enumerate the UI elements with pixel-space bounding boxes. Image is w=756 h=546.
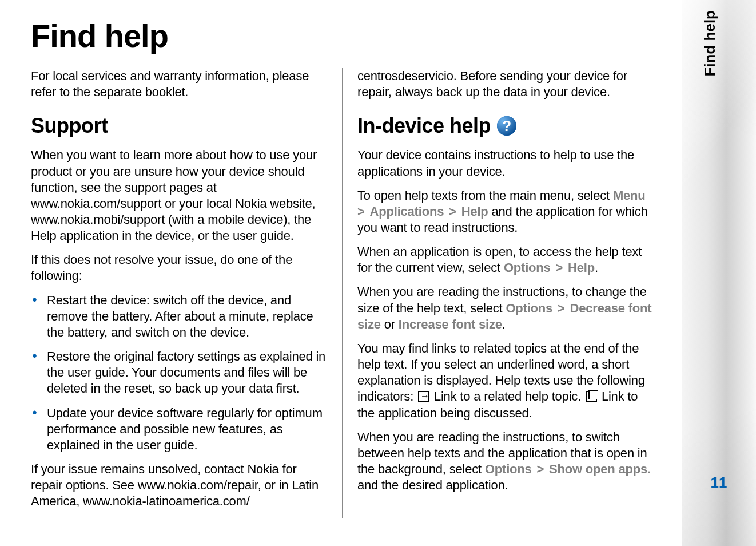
indevice-heading-text: In-device help — [357, 113, 491, 139]
indevice-p3: When an application is open, to access t… — [357, 244, 654, 276]
text: When an application is open, to access t… — [357, 244, 642, 275]
menu-path-increase-font: Increase font size — [399, 317, 502, 331]
menu-path-help: Help — [461, 204, 488, 219]
list-item: Restart the device: switch off the devic… — [31, 292, 327, 341]
link-app-icon — [586, 391, 597, 402]
indevice-p1: Your device contains instructions to hel… — [357, 147, 654, 179]
separator: > — [551, 260, 568, 275]
link-topic-icon — [418, 391, 429, 402]
intro-text: For local services and warranty informat… — [31, 68, 327, 100]
menu-path-applications: Applications — [370, 204, 444, 219]
list-item: Update your device software regularly fo… — [31, 405, 327, 453]
indevice-p2: To open help texts from the main menu, s… — [357, 188, 654, 236]
column-right: centrosdeservicio. Before sending your d… — [343, 68, 654, 518]
text: . — [502, 317, 506, 331]
support-p2: If this does not resolve your issue, do … — [31, 252, 327, 284]
support-p1: When you want to learn more about how to… — [31, 147, 327, 244]
menu-path-options: Options — [506, 301, 552, 315]
menu-path-options: Options — [485, 462, 532, 476]
list-item: Restore the original factory settings as… — [31, 349, 327, 397]
text: Link to a related help topic. — [431, 389, 584, 403]
support-heading: Support — [31, 113, 327, 139]
support-bullets: Restart the device: switch off the devic… — [31, 292, 327, 453]
text: To open help texts from the main menu, s… — [357, 188, 613, 203]
text: or — [381, 317, 399, 331]
menu-path-options: Options — [504, 260, 551, 275]
svg-text:?: ? — [502, 117, 511, 134]
menu-path-help: Help — [568, 260, 595, 275]
indevice-heading: In-device help ? — [357, 113, 654, 139]
separator: > — [552, 301, 570, 315]
page-sidebar: Find help 11 — [682, 0, 756, 546]
text: and the desired application. — [357, 478, 508, 492]
menu-path-menu: Menu — [613, 188, 646, 203]
col2-top: centrosdeservicio. Before sending your d… — [357, 68, 654, 100]
sidebar-section-title: Find help — [701, 10, 719, 77]
indevice-p6: When you are reading the instructions, t… — [357, 429, 654, 494]
separator: > — [444, 204, 461, 219]
help-icon: ? — [496, 116, 517, 136]
indevice-p5: You may find links to related topics at … — [357, 341, 654, 421]
column-left: For local services and warranty informat… — [31, 68, 343, 518]
page-number: 11 — [682, 474, 756, 492]
text: . — [595, 260, 598, 275]
page-title: Find help — [31, 17, 682, 54]
separator: > — [532, 462, 549, 476]
menu-path-show-open-apps: Show open apps. — [549, 462, 651, 476]
indevice-p4: When you are reading the instructions, t… — [357, 284, 654, 332]
support-p3: If your issue remains unsolved, contact … — [31, 461, 327, 509]
